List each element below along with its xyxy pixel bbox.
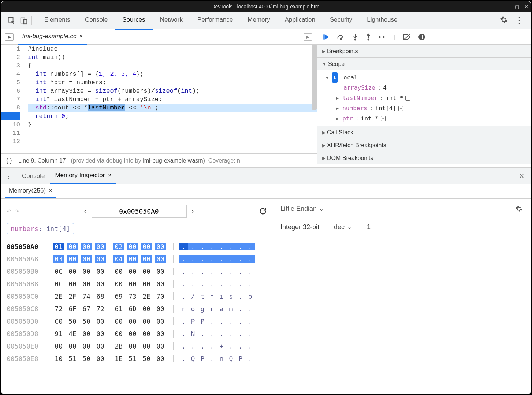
window-titlebar: DevTools - localhost:4000/lmi-bug-exampl…: [1, 1, 531, 12]
svg-point-6: [368, 38, 369, 40]
devtools-tabbar: Elements Console Sources Network Perform…: [1, 12, 531, 29]
svg-point-4: [340, 38, 342, 40]
source-file-tabs: ▶ lmi-bug-example.cc × ▶: [1, 29, 317, 45]
hex-row[interactable]: 005050C8726F6772616D0000rogram..: [7, 302, 267, 315]
hex-row[interactable]: 005050B00C00000000000000........: [7, 265, 267, 277]
drawer: ⋮ Console Memory Inspector× × Memory(256…: [1, 168, 531, 394]
window-close-icon[interactable]: ✕: [524, 4, 528, 10]
drawer-tab-console[interactable]: Console: [17, 169, 50, 183]
drawer-tab-memory-inspector[interactable]: Memory Inspector×: [50, 168, 116, 184]
hex-row[interactable]: 005050E8105150001E515000.QP.▯QP.: [7, 352, 267, 365]
reveal-in-memory-icon[interactable]: ┅: [398, 106, 403, 111]
hex-row[interactable]: 005050A80300000004000000........: [7, 253, 267, 265]
memory-buffer-tab[interactable]: Memory(256)×: [5, 184, 56, 198]
scope-variable[interactable]: arraySize: 4: [336, 83, 525, 93]
value-interpreter: Little Endian ⌄ Integer 32-bit dec ⌄ 1: [272, 199, 531, 394]
hex-row[interactable]: 005050A00100000002000000........: [7, 240, 267, 253]
reveal-in-memory-icon[interactable]: ┅: [405, 96, 410, 101]
more-tabs-icon[interactable]: ▶: [304, 33, 312, 41]
editor-statusbar: {} Line 9, Column 17 (provided via debug…: [1, 153, 317, 167]
resume-icon[interactable]: [322, 33, 330, 41]
close-tab-icon[interactable]: ×: [108, 172, 111, 179]
section-scope[interactable]: ▼Scope: [317, 57, 531, 70]
tab-console[interactable]: Console: [78, 11, 115, 30]
scope-local[interactable]: ▼LLocal: [326, 72, 525, 83]
step-over-icon[interactable]: [337, 34, 345, 40]
window-maximize-icon[interactable]: ▢: [515, 4, 519, 10]
section-callstack[interactable]: ▶Call Stack: [317, 126, 531, 139]
refresh-icon[interactable]: [259, 207, 267, 215]
hex-row[interactable]: 005050B80C00000000000000........: [7, 277, 267, 290]
hex-row[interactable]: 005050C02E2F746869732E70./this.p: [7, 290, 267, 302]
tab-memory[interactable]: Memory: [240, 11, 277, 30]
value-format-select[interactable]: dec ⌄: [334, 223, 352, 231]
deactivate-breakpoints-icon[interactable]: [403, 33, 411, 41]
tab-performance[interactable]: Performance: [190, 11, 240, 30]
tab-security[interactable]: Security: [323, 11, 360, 30]
hex-row[interactable]: 005050D0C050500000000000.PP.....: [7, 315, 267, 327]
close-drawer-icon[interactable]: ×: [519, 171, 527, 181]
tab-lighthouse[interactable]: Lighthouse: [360, 11, 405, 30]
tab-application[interactable]: Application: [278, 11, 323, 30]
hex-row[interactable]: 005050D8914E000000000000.N......: [7, 327, 267, 340]
braces-icon[interactable]: {}: [5, 157, 13, 164]
debugger-sidebar: ▶Breakpoints ▼Scope ▼LLocal arraySize: 4…: [317, 45, 531, 167]
svg-rect-10: [421, 35, 421, 39]
window-title: DevTools - localhost:4000/lmi-bug-exampl…: [211, 4, 320, 10]
file-tab-label: lmi-bug-example.cc: [22, 33, 76, 40]
svg-rect-11: [422, 35, 423, 39]
debugger-toolbar: |: [317, 29, 531, 45]
file-tab[interactable]: lmi-bug-example.cc ×: [18, 29, 87, 45]
tab-network[interactable]: Network: [153, 11, 190, 30]
scope-variable[interactable]: ▶lastNumber: int * ┅: [336, 93, 525, 103]
source-editor[interactable]: 123456789101112 #include int main(){ int…: [1, 45, 317, 167]
scrollbar[interactable]: [312, 45, 317, 110]
section-xhr-bp[interactable]: ▶XHR/fetch Breakpoints: [317, 139, 531, 152]
drawer-menu-icon[interactable]: ⋮: [5, 172, 12, 180]
device-toolbar-icon[interactable]: [20, 16, 28, 25]
close-tab-icon[interactable]: ×: [79, 33, 83, 40]
highlight-chip[interactable]: numbers: int[4]: [7, 223, 74, 234]
svg-point-9: [418, 34, 425, 40]
chevron-down-icon: ⌄: [319, 205, 324, 213]
history-forward-icon[interactable]: ↷: [15, 208, 19, 214]
scope-variable[interactable]: ▶ptr: int * ┅: [336, 113, 525, 124]
panel-tabs: Elements Console Sources Network Perform…: [37, 11, 405, 30]
scope-variable[interactable]: ▶numbers: int[4] ┅: [336, 103, 525, 113]
inspect-icon[interactable]: [7, 16, 15, 25]
step-out-icon[interactable]: [365, 33, 371, 41]
reveal-in-memory-icon[interactable]: ┅: [381, 116, 386, 121]
coverage-label: Coverage: n: [208, 157, 240, 164]
section-breakpoints[interactable]: ▶Breakpoints: [317, 45, 531, 57]
hex-row[interactable]: 005050E0000000002B000000....+...: [7, 340, 267, 352]
address-input[interactable]: [92, 205, 187, 218]
value-result: 1: [367, 223, 371, 231]
close-tab-icon[interactable]: ×: [49, 187, 52, 194]
addr-prev-icon[interactable]: ‹: [84, 208, 86, 215]
svg-rect-1: [21, 18, 25, 23]
step-icon[interactable]: [379, 34, 387, 40]
value-type: Integer 32-bit: [280, 223, 319, 231]
navigator-toggle-icon[interactable]: ▶: [5, 33, 14, 41]
tab-sources[interactable]: Sources: [115, 11, 152, 30]
endianness-select[interactable]: Little Endian ⌄: [280, 205, 324, 213]
section-dom-bp[interactable]: ▶DOM Breakpoints: [317, 152, 531, 164]
settings-gear-icon[interactable]: [500, 16, 508, 25]
debug-info-link[interactable]: lmi-bug-example.wasm: [143, 157, 203, 164]
history-back-icon[interactable]: ↶: [7, 208, 11, 214]
svg-rect-3: [323, 34, 324, 39]
kebab-menu-icon[interactable]: ⋮: [515, 16, 523, 25]
tab-elements[interactable]: Elements: [37, 11, 78, 30]
cursor-position: Line 9, Column 17: [18, 157, 66, 164]
hex-viewer: ↶ ↷ ‹ › numbers: int[4] 005050A001000000…: [1, 199, 272, 394]
svg-point-7: [379, 36, 381, 38]
window-minimize-icon[interactable]: —: [505, 4, 510, 10]
step-into-icon[interactable]: [352, 33, 358, 41]
chevron-down-icon: ⌄: [347, 223, 352, 231]
addr-next-icon[interactable]: ›: [192, 208, 194, 215]
pause-exceptions-icon[interactable]: [418, 33, 425, 41]
value-settings-gear-icon[interactable]: [515, 205, 522, 212]
svg-point-5: [354, 38, 356, 40]
